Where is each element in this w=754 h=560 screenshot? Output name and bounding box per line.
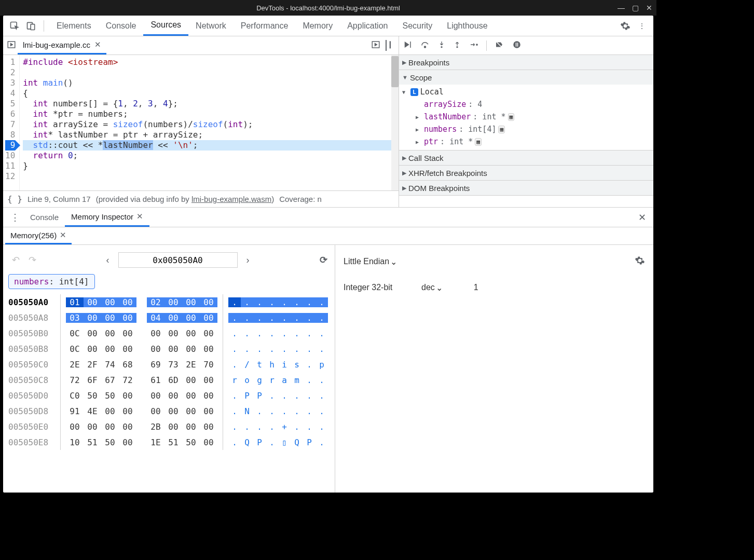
editor-status: { } Line 9, Column 17 (provided via debu… (3, 190, 399, 207)
tab-security[interactable]: Security (395, 16, 440, 36)
value-type: Integer 32-bit (344, 283, 416, 292)
drawer-tab-console[interactable]: Console (24, 208, 65, 227)
tab-sources[interactable]: Sources (143, 16, 188, 36)
pause-exc-icon[interactable] (512, 40, 522, 51)
scope-panel[interactable]: ▼Scope (399, 70, 653, 85)
main-tab-bar: ElementsConsoleSourcesNetworkPerformance… (3, 16, 653, 36)
svg-point-7 (441, 46, 442, 48)
min-icon[interactable]: — (618, 4, 625, 12)
sidebar-toggle-icon[interactable]: ❙ (386, 40, 393, 51)
drawer-tab-close-icon[interactable]: ✕ (136, 212, 143, 221)
undo-icon[interactable]: ↶ (9, 254, 22, 266)
svg-rect-5 (410, 42, 411, 48)
scrollbar[interactable] (391, 55, 399, 190)
refresh-icon[interactable]: ⟳ (317, 254, 330, 266)
file-tab-label: lmi-bug-example.cc (23, 40, 90, 49)
kebab-icon[interactable]: ⋮ (635, 19, 649, 33)
window-titlebar: DevTools - localhost:4000/lmi-bug-exampl… (0, 0, 656, 16)
svg-rect-2 (31, 24, 34, 30)
next-page-icon[interactable]: › (242, 255, 254, 266)
dom-bp-panel[interactable]: ▶DOM Breakpoints (399, 181, 653, 195)
drawer-menu-icon[interactable]: ⋮ (6, 212, 24, 223)
scope-local[interactable]: ▼LLocal (402, 86, 653, 98)
memory-highlight-chip[interactable]: numbers: int[4] (8, 274, 95, 289)
tab-memory[interactable]: Memory (295, 16, 340, 36)
close-tab-icon[interactable]: ✕ (94, 40, 101, 49)
deactivate-bp-icon[interactable] (494, 40, 504, 51)
close-icon[interactable]: ✕ (646, 4, 652, 12)
drawer-tab-bar: ⋮ ConsoleMemory Inspector✕ ✕ (3, 208, 653, 227)
prettyprint-icon[interactable]: { } (7, 194, 22, 204)
scope-var[interactable]: ▶numbers: int[4] ▦ (416, 123, 653, 135)
callstack-panel[interactable]: ▶Call Stack (399, 151, 653, 165)
svg-point-10 (513, 41, 520, 48)
file-tab-bar: lmi-bug-example.cc ✕ ❙ (3, 36, 399, 55)
tab-application[interactable]: Application (340, 16, 395, 36)
memory-tab[interactable]: Memory(256) ✕ (5, 227, 72, 244)
svg-rect-12 (517, 43, 518, 47)
step-icon[interactable] (469, 40, 479, 51)
breakpoints-panel[interactable]: ▶Breakpoints (399, 55, 653, 70)
window-title: DevTools - localhost:4000/lmi-bug-exampl… (256, 4, 400, 12)
scope-var[interactable]: ▶ptr: int * ▦ (416, 135, 653, 148)
redo-icon[interactable]: ↷ (26, 254, 38, 266)
value-settings-icon[interactable] (635, 255, 645, 268)
xhr-panel[interactable]: ▶XHR/fetch Breakpoints (399, 166, 653, 180)
address-input[interactable] (118, 252, 238, 268)
svg-point-8 (456, 46, 458, 48)
svg-rect-11 (516, 43, 517, 47)
endianness-select[interactable]: Little Endian ⌄ (344, 257, 397, 267)
memory-nav: ↶ ↷ ‹ › ⟳ (8, 250, 335, 273)
run-snippet-icon[interactable] (371, 40, 380, 51)
svg-point-6 (424, 46, 426, 48)
tab-lighthouse[interactable]: Lighthouse (440, 16, 495, 36)
play-fwd-icon[interactable] (5, 40, 18, 51)
inspect-icon[interactable] (7, 19, 22, 33)
file-tab[interactable]: lmi-bug-example.cc ✕ (18, 36, 106, 54)
scope-var[interactable]: ▶lastNumber: int * ▦ (416, 111, 653, 123)
prev-page-icon[interactable]: ‹ (102, 255, 114, 266)
scope-var[interactable]: arraySize: 4 (416, 98, 653, 111)
tab-performance[interactable]: Performance (234, 16, 296, 36)
tab-console[interactable]: Console (99, 16, 144, 36)
hex-viewer[interactable]: 005050A00100000002000000........005050A8… (8, 294, 335, 450)
max-icon[interactable]: ▢ (632, 4, 639, 12)
tab-elements[interactable]: Elements (49, 16, 99, 36)
drawer-close-icon[interactable]: ✕ (634, 212, 650, 223)
base-select[interactable]: dec ⌄ (421, 283, 443, 293)
settings-gear-icon[interactable] (618, 19, 633, 33)
svg-point-9 (476, 44, 478, 46)
cursor-pos: Line 9, Column 17 (28, 195, 91, 203)
step-over-icon[interactable] (420, 40, 430, 51)
debugger-toolbar (399, 36, 653, 55)
step-into-icon[interactable] (437, 40, 446, 51)
coverage-text: Coverage: n (279, 195, 322, 203)
debug-info-link[interactable]: lmi-bug-example.wasm (191, 195, 271, 203)
device-icon[interactable] (24, 19, 38, 33)
resume-icon[interactable] (402, 40, 413, 51)
tab-network[interactable]: Network (188, 16, 234, 36)
code-editor[interactable]: 123456789101112 #include <iostream>int m… (3, 55, 399, 190)
step-out-icon[interactable] (453, 40, 461, 51)
memory-tab-close-icon[interactable]: ✕ (60, 230, 66, 240)
decoded-value: 1 (474, 283, 478, 292)
drawer-tab-memory-inspector[interactable]: Memory Inspector✕ (65, 208, 149, 227)
